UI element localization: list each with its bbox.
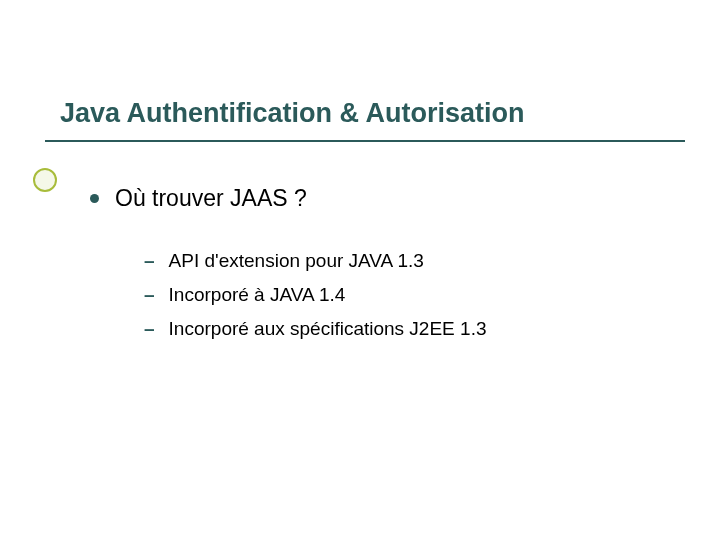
- list-item: – Incorporé aux spécifications J2EE 1.3: [144, 316, 486, 342]
- slide: Java Authentification & Autorisation Où …: [0, 0, 720, 540]
- bullet-text: Où trouver JAAS ?: [115, 185, 307, 212]
- sub-list: – API d'extension pour JAVA 1.3 – Incorp…: [144, 248, 486, 342]
- accent-circle-icon: [33, 168, 57, 192]
- bullet-item: Où trouver JAAS ?: [90, 185, 486, 212]
- title-underline: [45, 140, 685, 142]
- bullet-dot-icon: [90, 194, 99, 203]
- dash-icon: –: [144, 248, 155, 274]
- sub-item-text: API d'extension pour JAVA 1.3: [169, 248, 424, 274]
- dash-icon: –: [144, 316, 155, 342]
- sub-item-text: Incorporé à JAVA 1.4: [169, 282, 346, 308]
- list-item: – API d'extension pour JAVA 1.3: [144, 248, 486, 274]
- slide-title: Java Authentification & Autorisation: [60, 98, 525, 129]
- title-block: Java Authentification & Autorisation: [60, 98, 525, 129]
- list-item: – Incorporé à JAVA 1.4: [144, 282, 486, 308]
- sub-item-text: Incorporé aux spécifications J2EE 1.3: [169, 316, 487, 342]
- dash-icon: –: [144, 282, 155, 308]
- body-content: Où trouver JAAS ? – API d'extension pour…: [90, 185, 486, 350]
